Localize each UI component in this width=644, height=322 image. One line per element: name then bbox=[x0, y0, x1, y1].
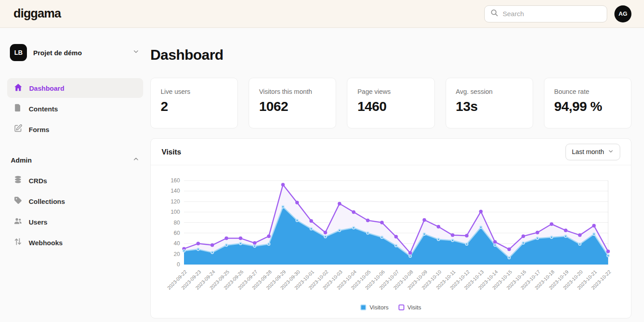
visitors-point bbox=[465, 243, 468, 245]
chevron-down-icon bbox=[608, 148, 614, 156]
visitors-point bbox=[409, 255, 411, 257]
chart-title: Visits bbox=[162, 148, 181, 156]
visitors-point bbox=[296, 219, 298, 221]
sidebar-item-label: Users bbox=[29, 218, 48, 226]
sidebar-item-label: Forms bbox=[29, 126, 49, 133]
y-tick-label: 20 bbox=[174, 251, 180, 257]
document-icon bbox=[13, 103, 22, 114]
visits-point bbox=[508, 247, 511, 251]
top-header: diggama AG bbox=[0, 0, 644, 28]
visitors-point bbox=[282, 206, 284, 208]
visitors-point bbox=[211, 251, 213, 254]
stat-value: 13s bbox=[456, 99, 523, 114]
y-tick-label: 140 bbox=[171, 188, 180, 194]
page-title: Dashboard bbox=[150, 47, 631, 63]
project-selector[interactable]: LB Projet de démo bbox=[7, 44, 143, 61]
y-tick-label: 60 bbox=[174, 230, 180, 236]
stat-value: 1460 bbox=[357, 99, 424, 114]
visitors-point bbox=[593, 233, 595, 235]
y-tick-label: 0 bbox=[177, 261, 180, 268]
stat-value: 94,99 % bbox=[554, 99, 621, 114]
stat-card-visitors-month: Visitors this month 1062 bbox=[249, 78, 336, 128]
edit-pen-icon bbox=[13, 124, 22, 135]
search-box[interactable] bbox=[484, 5, 607, 22]
legend-item-visits[interactable]: Visits bbox=[399, 304, 421, 311]
chart-card-header: Visits Last month bbox=[151, 139, 631, 165]
arrows-up-down-icon bbox=[13, 237, 22, 248]
sidebar-item-crds[interactable]: CRDs bbox=[7, 171, 143, 190]
visitors-point bbox=[395, 244, 397, 247]
visits-point bbox=[281, 183, 285, 186]
legend-label: Visits bbox=[407, 304, 421, 311]
visitors-point bbox=[197, 248, 199, 251]
stat-value: 1062 bbox=[259, 99, 326, 114]
sidebar: LB Projet de démo Dashboard bbox=[0, 28, 150, 322]
y-tick-label: 100 bbox=[171, 209, 180, 215]
visits-point bbox=[437, 225, 440, 229]
visitors-point bbox=[324, 235, 326, 238]
visits-point bbox=[197, 242, 200, 245]
visits-point bbox=[451, 234, 455, 237]
sidebar-item-webhooks[interactable]: Webhooks bbox=[7, 233, 143, 252]
sidebar-item-forms[interactable]: Forms bbox=[7, 119, 143, 139]
stat-card-page-views: Page views 1460 bbox=[347, 78, 434, 128]
sidebar-item-users[interactable]: Users bbox=[7, 212, 143, 232]
stat-label: Avg. session bbox=[456, 88, 523, 95]
visitors-point bbox=[225, 244, 228, 246]
visits-point bbox=[210, 243, 214, 247]
visits-point bbox=[550, 222, 553, 226]
visits-point bbox=[324, 231, 327, 234]
visits-chart-card: Visits Last month 0204060801001201401602… bbox=[150, 138, 631, 318]
visitors-swatch bbox=[360, 304, 366, 310]
visitors-point bbox=[381, 236, 383, 238]
visitors-point bbox=[254, 245, 256, 247]
visitors-point bbox=[239, 243, 241, 245]
visitors-point bbox=[338, 229, 341, 231]
sidebar-item-contents[interactable]: Contents bbox=[7, 99, 143, 119]
visitors-point bbox=[267, 243, 270, 245]
visits-point bbox=[352, 210, 355, 214]
visitors-point bbox=[437, 238, 439, 240]
visitors-point bbox=[310, 228, 312, 230]
sidebar-item-dashboard[interactable]: Dashboard bbox=[7, 78, 143, 98]
visits-point bbox=[394, 235, 398, 238]
sidebar-item-label: CRDs bbox=[29, 177, 47, 185]
visits-point bbox=[423, 218, 426, 222]
search-input[interactable] bbox=[503, 10, 601, 18]
sidebar-item-label: Contents bbox=[29, 105, 58, 113]
stat-card-live-users: Live users 2 bbox=[150, 78, 238, 128]
y-tick-label: 80 bbox=[174, 220, 180, 226]
home-icon bbox=[13, 83, 23, 94]
sidebar-item-label: Webhooks bbox=[29, 239, 63, 247]
legend-item-visitors[interactable]: Visitors bbox=[360, 304, 388, 311]
visitors-point bbox=[565, 235, 567, 237]
visitors-point bbox=[480, 226, 482, 228]
visits-point bbox=[465, 234, 469, 238]
users-icon bbox=[13, 216, 22, 227]
stat-cards-row: Live users 2 Visitors this month 1062 Pa… bbox=[150, 78, 631, 128]
user-avatar[interactable]: AG bbox=[614, 5, 631, 22]
admin-section-toggle[interactable]: Admin bbox=[7, 152, 143, 168]
stat-label: Page views bbox=[357, 88, 424, 95]
sidebar-item-collections[interactable]: Collections bbox=[7, 191, 143, 211]
stat-label: Bounce rate bbox=[554, 88, 621, 95]
chevron-down-icon bbox=[132, 48, 140, 57]
visits-point bbox=[295, 201, 299, 204]
date-range-select[interactable]: Last month bbox=[565, 144, 620, 160]
visitors-point bbox=[423, 233, 425, 235]
visitors-point bbox=[578, 243, 581, 245]
visits-swatch bbox=[399, 304, 404, 310]
search-icon bbox=[490, 9, 499, 19]
app-logo: diggama bbox=[13, 7, 61, 21]
stat-card-bounce-rate: Bounce rate 94,99 % bbox=[544, 78, 631, 128]
visits-point bbox=[239, 237, 242, 240]
project-avatar: LB bbox=[10, 44, 27, 61]
stat-label: Live users bbox=[161, 88, 228, 95]
admin-nav: CRDs Collections bbox=[7, 171, 143, 252]
visitors-point bbox=[508, 256, 510, 259]
chart-body: 0204060801001201401602023-09-222023-09-2… bbox=[151, 165, 631, 318]
visits-point bbox=[408, 251, 412, 255]
visits-point bbox=[493, 240, 497, 244]
stat-label: Visitors this month bbox=[259, 88, 326, 95]
visitors-point bbox=[367, 232, 369, 234]
